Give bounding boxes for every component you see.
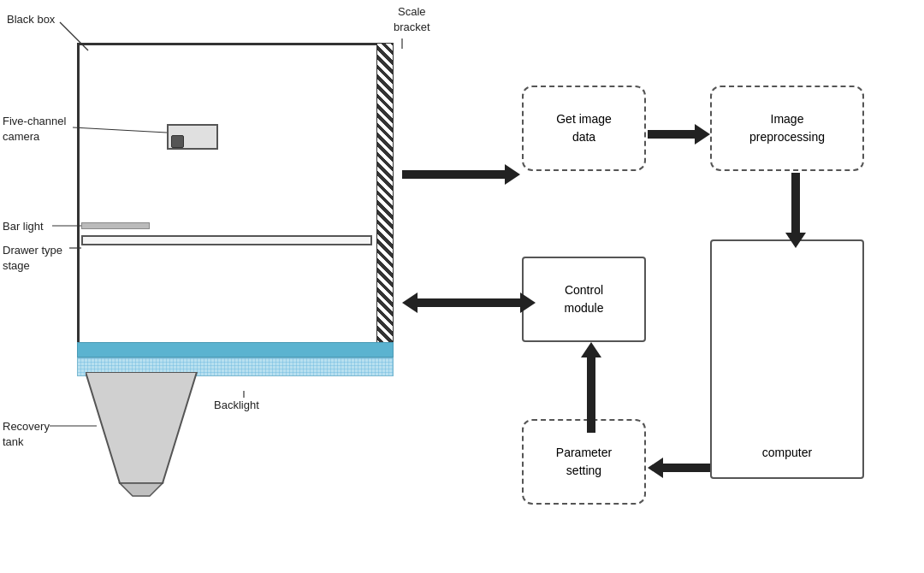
computer-label: computer: [762, 444, 812, 462]
get-image-data-label: Get imagedata: [556, 110, 612, 146]
scale-bracket-label: Scalebracket: [394, 4, 430, 35]
control-module-box: Controlmodule: [522, 257, 646, 342]
device-control-arrow: [402, 292, 536, 313]
black-box-frame: [77, 43, 385, 351]
parameter-setting-label: Parametersetting: [556, 444, 612, 480]
preprocess-to-computer-arrow: [785, 173, 806, 248]
control-module-label: Controlmodule: [565, 281, 604, 317]
drawer-stage-visual: [81, 235, 372, 245]
recovery-tank-label: Recoverytank: [3, 419, 50, 450]
get-image-data-box: Get imagedata: [522, 86, 646, 171]
recovery-tank-svg: [86, 372, 222, 500]
svg-marker-0: [86, 372, 197, 483]
scale-bracket-visual: [376, 43, 394, 351]
getimage-to-preprocess-arrow: [648, 124, 710, 145]
camera-lens-visual: [171, 135, 184, 148]
svg-marker-1: [120, 483, 163, 496]
computer-to-param-arrow: [648, 458, 710, 478]
blue-strip-visual: [77, 342, 394, 357]
bar-light-label: Bar light: [3, 219, 44, 234]
backlight-label: Backlight: [214, 398, 259, 413]
image-preprocessing-box: Imagepreprocessing: [710, 86, 864, 171]
bar-light-visual: [81, 222, 150, 229]
black-box-label: Black box: [7, 12, 55, 27]
five-channel-camera-label: Five-channelcamera: [3, 114, 66, 145]
image-preprocessing-label: Imagepreprocessing: [749, 110, 825, 146]
drawer-stage-label: Drawer typestage: [3, 243, 62, 274]
device-to-getimage-arrow: [402, 164, 520, 185]
param-to-control-arrow: [581, 342, 601, 433]
computer-box: computer: [710, 239, 864, 479]
diagram-container: Black box Scalebracket Five-channelcamer…: [0, 0, 924, 573]
